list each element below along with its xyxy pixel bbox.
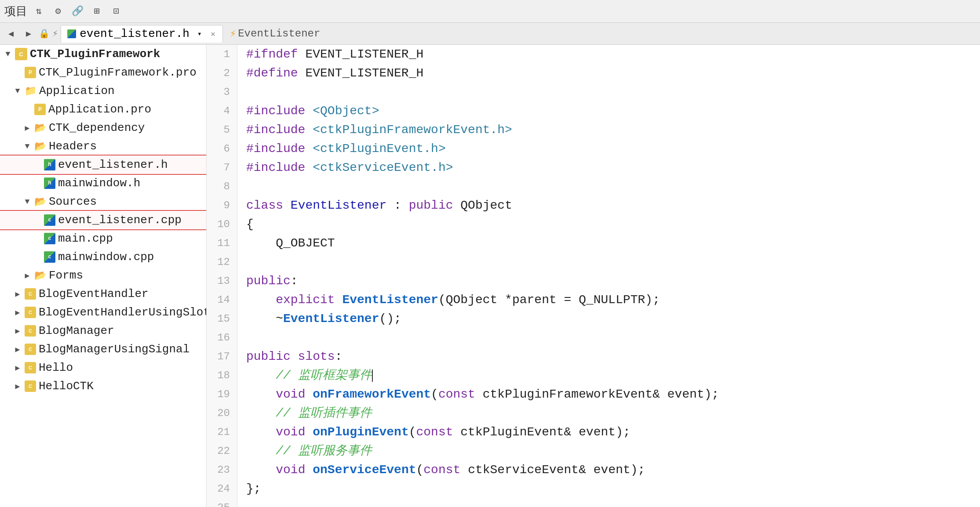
breadcrumb: ⚡ EventListener	[230, 27, 321, 40]
token-fn: EventListener	[342, 290, 438, 309]
token-nm	[283, 196, 291, 215]
token-kw: const	[423, 460, 460, 479]
tab-event-listener-h[interactable]: event_listener.h ▾ ✕	[61, 25, 222, 43]
token-nm	[246, 423, 276, 442]
code-line: };	[246, 479, 971, 498]
tree-item-label: BlogManagerUsingSignal	[39, 343, 189, 356]
tree-item-headers[interactable]: ▼📂Headers	[0, 137, 206, 156]
tree-item-mainwindow-cpp[interactable]: Cmainwindow.cpp	[0, 248, 206, 266]
tree-item-hello[interactable]: ▶CHello	[0, 359, 206, 377]
code-line: explicit EventListener(QObject *parent =…	[246, 290, 971, 309]
line-number: 10	[214, 215, 230, 234]
token-inc: <ctkPluginFrameworkEvent.h>	[313, 120, 512, 139]
code-line: class EventListener : public QObject	[246, 196, 971, 215]
tree-item-event-listener-cpp[interactable]: Cevent_listener.cpp	[0, 211, 206, 229]
root-folder-icon: C	[15, 48, 27, 60]
code-line	[246, 83, 971, 101]
tree-root[interactable]: ▼ C CTK_PluginFramework	[0, 45, 206, 63]
sidebar: ▼ C CTK_PluginFramework PCTK_PluginFrame…	[0, 45, 207, 507]
tab-bar: ◀ ▶ 🔒 ⚡ event_listener.h ▾ ✕ ⚡ EventList…	[0, 23, 980, 45]
token-inc: <ctkServiceEvent.h>	[313, 158, 453, 177]
tree-item-blog-event[interactable]: ▶CBlogEventHandler	[0, 285, 206, 303]
lightning-icon: ⚡	[52, 28, 58, 40]
token-pp: #include	[246, 139, 305, 158]
code-line: #define EVENT_LISTENER_H	[246, 64, 971, 83]
sort-button[interactable]: ⇅	[31, 4, 47, 19]
tree-item-pro-file[interactable]: PCTK_PluginFramework.pro	[0, 63, 206, 82]
arrow-icon: ▼	[13, 87, 22, 95]
root-label: CTK_PluginFramework	[30, 47, 160, 61]
back-button[interactable]: ◀	[4, 26, 18, 41]
tree-item-blog-event-slot[interactable]: ▶CBlogEventHandlerUsingSlot	[0, 303, 206, 322]
line-number: 7	[214, 158, 230, 177]
tree-item-ctk-dep[interactable]: ▶📂CTK_dependency	[0, 119, 206, 137]
tree-item-blog-manager-signal[interactable]: ▶CBlogManagerUsingSignal	[0, 340, 206, 359]
tree-container: PCTK_PluginFramework.pro▼📁ApplicationPAp…	[0, 63, 206, 395]
arrow-icon: ▶	[23, 271, 32, 280]
tab-file-icon	[67, 29, 76, 38]
tree-item-mainwindow-h[interactable]: hmainwindow.h	[0, 174, 206, 192]
line-numbers: 1234567891011121314151617181920212223242…	[207, 45, 237, 507]
token-inc: <ctkPluginEvent.h>	[313, 139, 445, 158]
split-button[interactable]: ⊞	[89, 4, 105, 19]
tree-item-label: Sources	[49, 195, 97, 208]
tree-item-sources[interactable]: ▼📂Sources	[0, 192, 206, 211]
tree-item-label: BlogEventHandlerUsingSlot	[39, 306, 207, 319]
tree-item-forms[interactable]: ▶📂Forms	[0, 266, 206, 285]
line-number: 24	[214, 479, 230, 498]
line-number: 16	[214, 328, 230, 347]
code-line: Q_OBJECT	[246, 234, 971, 253]
token-nm: ctkPluginFrameworkEvent& event);	[475, 385, 719, 404]
line-number: 4	[214, 101, 230, 120]
token-nm: ctkServiceEvent& event);	[460, 460, 645, 479]
tree-item-main-cpp[interactable]: Cmain.cpp	[0, 229, 206, 248]
code-line: // 监听框架事件	[246, 366, 971, 385]
tree-item-application[interactable]: ▼📁Application	[0, 82, 206, 100]
token-nm: :	[291, 272, 298, 290]
tree-item-app-pro[interactable]: PApplication.pro	[0, 100, 206, 119]
token-pp: #ifndef	[246, 45, 298, 64]
tree-item-label: CTK_PluginFramework.pro	[39, 66, 197, 79]
tree-item-event-listener-h[interactable]: hevent_listener.h	[0, 156, 206, 174]
arrow-icon: ▼	[23, 197, 32, 206]
code-line: ~EventListener();	[246, 309, 971, 328]
token-fn: onFrameworkEvent	[313, 385, 431, 404]
token-kw: const	[416, 423, 453, 442]
arrow-icon: ▶	[13, 289, 22, 299]
token-nm: EVENT_LISTENER_H	[298, 45, 424, 64]
text-cursor	[372, 369, 373, 382]
token-fn: onPluginEvent	[313, 423, 408, 442]
lock-icon: 🔒	[39, 28, 50, 39]
tree-item-label: Headers	[49, 140, 97, 153]
link-button[interactable]: 🔗	[69, 4, 85, 19]
code-line: // 监听插件事件	[246, 404, 971, 423]
tree-item-label: main.cpp	[58, 232, 113, 245]
token-nm	[305, 460, 313, 479]
arrow-icon: ▶	[13, 381, 22, 391]
code-line: void onPluginEvent(const ctkPluginEvent&…	[246, 423, 971, 442]
token-nm: EVENT_LISTENER_H	[298, 64, 424, 83]
token-nm: QObject	[453, 196, 512, 215]
token-pp: #include	[246, 120, 305, 139]
filter-button[interactable]: ⚙	[50, 4, 66, 19]
more-button[interactable]: ⊡	[108, 4, 124, 19]
token-nm	[246, 366, 276, 385]
token-nm: :	[335, 347, 342, 366]
code-line: void onFrameworkEvent(const ctkPluginFra…	[246, 385, 971, 404]
tab-dropdown-icon[interactable]: ▾	[193, 27, 206, 40]
forward-button[interactable]: ▶	[21, 26, 36, 41]
tree-item-blog-manager[interactable]: ▶CBlogManager	[0, 322, 206, 340]
token-nm: {	[246, 215, 254, 234]
token-cmt: // 监听服务事件	[276, 442, 372, 460]
token-nm: (QObject *parent = Q_NULLPTR);	[438, 290, 660, 309]
token-nm	[246, 385, 276, 404]
toolbar: 项目 ⇅ ⚙ 🔗 ⊞ ⊡	[0, 0, 980, 23]
code-line: void onServiceEvent(const ctkServiceEven…	[246, 460, 971, 479]
line-number: 13	[214, 272, 230, 290]
tree-item-hello-ctk[interactable]: ▶CHelloCTK	[0, 377, 206, 395]
token-nm: ~	[246, 309, 283, 328]
code-content[interactable]: #ifndef EVENT_LISTENER_H#define EVENT_LI…	[237, 45, 980, 507]
code-line: {	[246, 215, 971, 234]
tab-close-button[interactable]: ✕	[210, 29, 216, 39]
token-nm	[305, 101, 313, 120]
